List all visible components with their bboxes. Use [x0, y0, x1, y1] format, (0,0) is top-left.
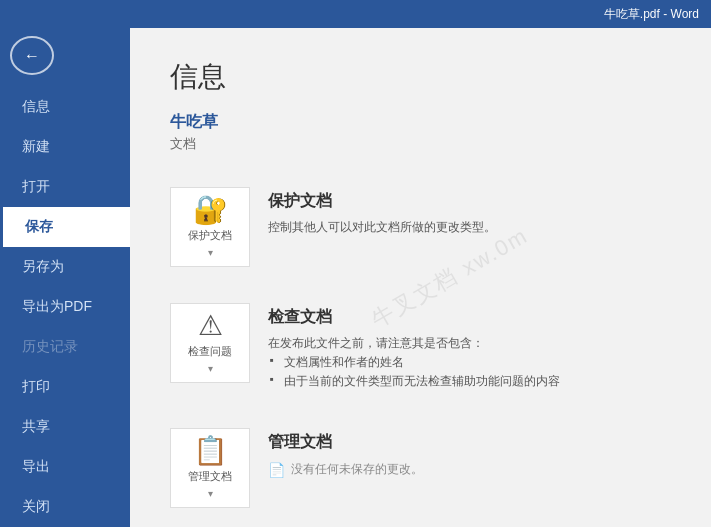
doc-name: 牛吃草	[170, 112, 671, 133]
manage-icon-label: 管理文档	[188, 469, 232, 484]
card-desc-item: 文档属性和作者的姓名	[268, 353, 671, 372]
inspect-icon-label: 检查问题	[188, 344, 232, 359]
sidebar-item-saveas[interactable]: 另存为	[0, 247, 130, 287]
card-desc-intro-inspect: 在发布此文件之前，请注意其是否包含：	[268, 334, 671, 353]
card-desc-inspect: 在发布此文件之前，请注意其是否包含：文档属性和作者的姓名由于当前的文件类型而无法…	[268, 334, 671, 392]
protect-dropdown-arrow: ▾	[208, 247, 213, 258]
sidebar-item-new[interactable]: 新建	[0, 127, 130, 167]
inspect-icon: ⚠	[198, 312, 223, 340]
card-title-inspect: 检查文档	[268, 307, 671, 328]
manage-desc-text: 没有任何未保存的更改。	[291, 460, 423, 479]
card-icon-box-manage[interactable]: 📋管理文档▾	[170, 428, 250, 508]
inspect-dropdown-arrow: ▾	[208, 363, 213, 374]
card-inspect: ⚠检查问题▾检查文档在发布此文件之前，请注意其是否包含：文档属性和作者的姓名由于…	[170, 293, 671, 402]
cards-container: 🔐保护文档▾保护文档控制其他人可以对此文档所做的更改类型。⚠检查问题▾检查文档在…	[170, 177, 671, 518]
manage-desc-wrapper: 📄没有任何未保存的更改。	[268, 459, 671, 481]
card-title-manage: 管理文档	[268, 432, 671, 453]
content-area: 牛叉文档 xw.0m 信息 牛吃草 文档 🔐保护文档▾保护文档控制其他人可以对此…	[130, 28, 711, 527]
card-content-protect: 保护文档控制其他人可以对此文档所做的更改类型。	[268, 187, 671, 237]
card-icon-box-inspect[interactable]: ⚠检查问题▾	[170, 303, 250, 383]
card-icon-box-protect[interactable]: 🔐保护文档▾	[170, 187, 250, 267]
sidebar-item-export[interactable]: 导出	[0, 447, 130, 487]
sidebar-item-print[interactable]: 打印	[0, 367, 130, 407]
sidebar-item-history: 历史记录	[0, 327, 130, 367]
sidebar-nav: 信息新建打开保存另存为导出为PDF历史记录打印共享导出关闭	[0, 87, 130, 527]
card-desc-protect: 控制其他人可以对此文档所做的更改类型。	[268, 218, 671, 237]
card-content-inspect: 检查文档在发布此文件之前，请注意其是否包含：文档属性和作者的姓名由于当前的文件类…	[268, 303, 671, 392]
card-desc-manage: 📄没有任何未保存的更改。	[268, 459, 671, 481]
protect-icon-label: 保护文档	[188, 228, 232, 243]
protect-icon: 🔐	[193, 196, 228, 224]
sidebar-item-close[interactable]: 关闭	[0, 487, 130, 527]
card-manage: 📋管理文档▾管理文档📄没有任何未保存的更改。	[170, 418, 671, 518]
manage-icon: 📋	[193, 437, 228, 465]
back-button[interactable]: ←	[10, 36, 54, 75]
page-title: 信息	[170, 58, 671, 96]
card-desc-item: 由于当前的文件类型而无法检查辅助功能问题的内容	[268, 372, 671, 391]
sidebar-item-save[interactable]: 保存	[0, 207, 130, 247]
card-content-manage: 管理文档📄没有任何未保存的更改。	[268, 428, 671, 481]
sidebar-item-open[interactable]: 打开	[0, 167, 130, 207]
sidebar-item-share[interactable]: 共享	[0, 407, 130, 447]
card-title-protect: 保护文档	[268, 191, 671, 212]
card-protect: 🔐保护文档▾保护文档控制其他人可以对此文档所做的更改类型。	[170, 177, 671, 277]
title-bar-text: 牛吃草.pdf - Word	[604, 6, 699, 23]
sidebar: ← 信息新建打开保存另存为导出为PDF历史记录打印共享导出关闭	[0, 28, 130, 527]
doc-type: 文档	[170, 135, 671, 153]
manage-dropdown-arrow: ▾	[208, 488, 213, 499]
title-bar: 牛吃草.pdf - Word	[0, 0, 711, 28]
manage-no-changes-icon: 📄	[268, 459, 285, 481]
main-layout: ← 信息新建打开保存另存为导出为PDF历史记录打印共享导出关闭 牛叉文档 xw.…	[0, 28, 711, 527]
sidebar-item-exportpdf[interactable]: 导出为PDF	[0, 287, 130, 327]
sidebar-item-info[interactable]: 信息	[0, 87, 130, 127]
